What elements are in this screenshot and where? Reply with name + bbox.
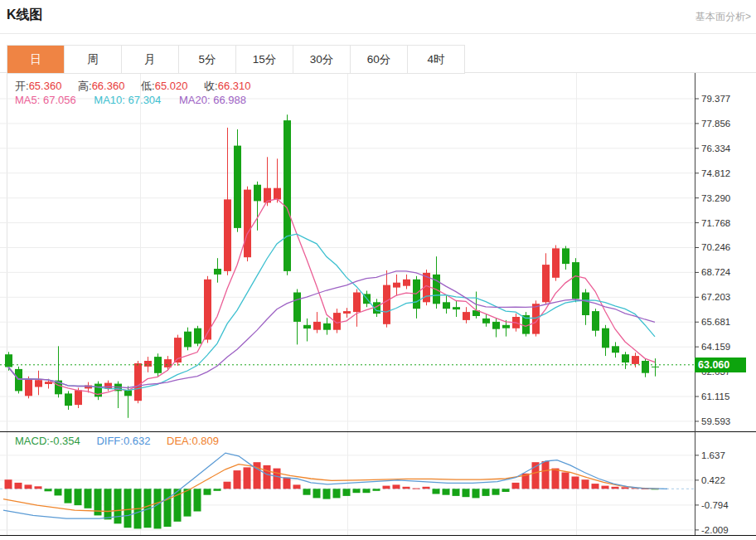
- candle-body: [482, 319, 490, 324]
- candle-body: [194, 328, 201, 344]
- y-axis-label: 61.115: [701, 392, 729, 401]
- tab-month[interactable]: 月: [121, 46, 178, 73]
- candle-body: [502, 325, 510, 328]
- candle-body: [144, 361, 152, 367]
- y-axis-label: 71.768: [701, 218, 730, 228]
- candle-body: [353, 293, 361, 313]
- y-axis-label: 70.246: [701, 242, 730, 252]
- macd-bar: [45, 489, 52, 491]
- macd-bar: [592, 484, 599, 489]
- diff-value: 0.632: [124, 435, 151, 447]
- macd-bar: [472, 489, 480, 498]
- macd-bar: [303, 489, 311, 494]
- y-axis-label: 74.812: [701, 168, 730, 178]
- macd-bar: [622, 487, 629, 489]
- high-value: 66.360: [92, 80, 125, 92]
- macd-bar: [582, 479, 589, 489]
- candle-body: [234, 146, 241, 228]
- tab-day[interactable]: 日: [7, 46, 64, 73]
- macd-bar: [194, 489, 201, 511]
- tab-4hour[interactable]: 4时: [407, 46, 464, 73]
- macd-bar: [35, 486, 42, 489]
- macd-bar: [453, 489, 460, 496]
- y-axis-label: 73.290: [701, 193, 730, 203]
- y-axis-label: -2.009: [701, 525, 729, 535]
- candle-body: [602, 328, 609, 348]
- candle-body: [214, 269, 221, 275]
- macd-bar: [393, 484, 400, 489]
- macd-row: MACD:-0.354 DIFF:0.632 DEA:0.809: [15, 435, 219, 447]
- candle-body: [572, 262, 579, 299]
- kline-chart[interactable]: 79.37777.85676.33474.81273.29071.76870.2…: [0, 73, 756, 540]
- ma20-value: 66.988: [213, 94, 246, 106]
- y-axis-label: 59.593: [701, 416, 730, 426]
- candle-body: [622, 354, 629, 362]
- close-value: 66.310: [218, 80, 251, 92]
- candle-body: [303, 325, 311, 328]
- macd-bar: [244, 467, 251, 489]
- macd-bar: [542, 461, 550, 489]
- candle-body: [443, 302, 450, 309]
- macd-bar: [562, 473, 569, 489]
- ohlc-row: 开:65.360 高:66.360 低:65.020 收:66.310: [15, 79, 264, 94]
- diff-label: DIFF:: [96, 435, 124, 447]
- ma10-label: MA10:: [94, 94, 125, 106]
- macd-bar: [313, 489, 321, 498]
- fundamental-analysis-link[interactable]: 基本面分析>: [695, 10, 751, 24]
- tab-15min[interactable]: 15分: [235, 46, 293, 73]
- page-title: K线图: [7, 7, 43, 24]
- candle-body: [15, 369, 22, 392]
- low-label: 低:: [141, 80, 155, 92]
- candle-body: [542, 265, 550, 302]
- candle-body: [284, 120, 291, 271]
- macd-bar: [512, 483, 520, 489]
- tab-5min[interactable]: 5分: [178, 46, 235, 73]
- dea-label: DEA:: [167, 435, 191, 447]
- interval-tabs: 日 周 月 5分 15分 30分 60分 4时: [7, 45, 465, 74]
- tab-week[interactable]: 周: [64, 46, 121, 73]
- macd-bar: [204, 489, 211, 494]
- macd-bar: [224, 482, 231, 489]
- y-axis-label: 68.724: [701, 267, 731, 277]
- macd-bar: [423, 487, 430, 489]
- candle-body: [104, 383, 112, 389]
- open-value: 65.360: [29, 80, 62, 92]
- tab-30min[interactable]: 30分: [293, 46, 350, 73]
- tab-60min[interactable]: 60分: [350, 46, 407, 73]
- candle-body: [254, 185, 261, 202]
- header-divider: [0, 33, 756, 34]
- ma20-label: MA20:: [179, 94, 211, 106]
- macd-bar: [75, 489, 82, 505]
- macd-bar: [612, 487, 619, 489]
- macd-bar: [323, 489, 331, 499]
- macd-bar: [572, 477, 579, 489]
- macd-bar: [114, 489, 122, 523]
- ma10-value: 67.304: [128, 94, 162, 106]
- ma-row: MA5: 67.056 MA10: 67.304 MA20: 66.988: [15, 94, 246, 106]
- candle-body: [25, 379, 32, 396]
- y-axis-label: 0.422: [701, 475, 725, 485]
- candle-body: [244, 190, 251, 258]
- candle-body: [343, 311, 351, 314]
- macd-bar: [373, 489, 380, 491]
- macd-bar: [234, 470, 241, 489]
- candle-body: [453, 307, 460, 309]
- candle-body: [204, 280, 211, 340]
- macd-bar: [343, 489, 351, 496]
- candle-body: [612, 346, 619, 353]
- macd-bar: [413, 489, 420, 489]
- macd-bar: [264, 465, 271, 489]
- candle-body: [403, 280, 410, 286]
- macd-bar: [463, 489, 470, 497]
- candle-body: [632, 356, 639, 364]
- macd-bar: [353, 489, 361, 493]
- macd-bar: [552, 469, 560, 489]
- y-axis-label: 77.856: [701, 119, 730, 129]
- ma5-value: 67.056: [43, 94, 76, 106]
- y-axis-label: 65.681: [701, 317, 730, 327]
- macd-bar: [482, 489, 490, 496]
- y-axis-label: -0.794: [701, 500, 729, 510]
- macd-label: MACD:: [15, 435, 50, 447]
- macd-bar: [55, 489, 62, 495]
- macd-bar: [65, 489, 72, 503]
